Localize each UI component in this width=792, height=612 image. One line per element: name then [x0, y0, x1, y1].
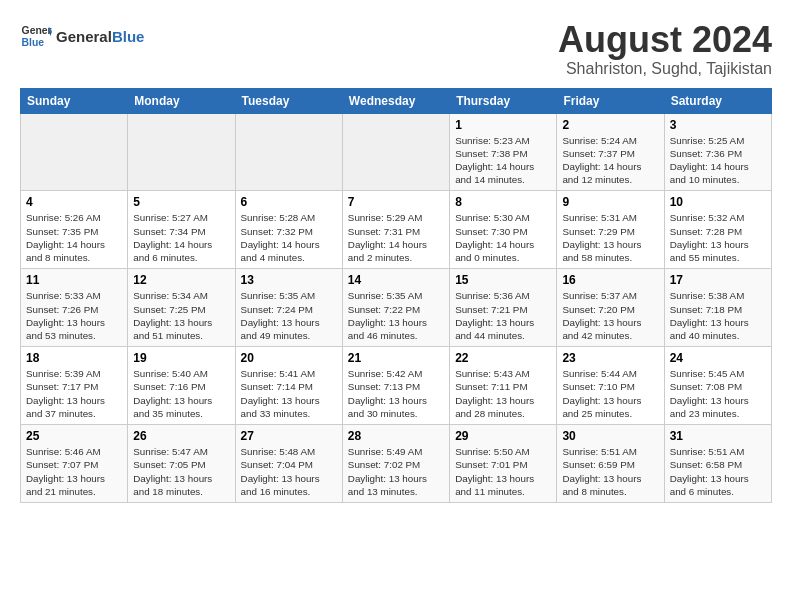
calendar-cell: 4Sunrise: 5:26 AMSunset: 7:35 PMDaylight… — [21, 191, 128, 269]
calendar-cell: 2Sunrise: 5:24 AMSunset: 7:37 PMDaylight… — [557, 113, 664, 191]
weekday-header-friday: Friday — [557, 88, 664, 113]
day-number: 7 — [348, 195, 444, 209]
weekday-header-row: SundayMondayTuesdayWednesdayThursdayFrid… — [21, 88, 772, 113]
day-info: Sunrise: 5:38 AMSunset: 7:18 PMDaylight:… — [670, 289, 766, 342]
logo: General Blue GeneralBlue — [20, 20, 144, 52]
day-info: Sunrise: 5:27 AMSunset: 7:34 PMDaylight:… — [133, 211, 229, 264]
calendar-week-row: 11Sunrise: 5:33 AMSunset: 7:26 PMDayligh… — [21, 269, 772, 347]
day-number: 20 — [241, 351, 337, 365]
logo-blue-text: Blue — [112, 28, 145, 45]
day-number: 22 — [455, 351, 551, 365]
day-info: Sunrise: 5:34 AMSunset: 7:25 PMDaylight:… — [133, 289, 229, 342]
calendar-cell: 17Sunrise: 5:38 AMSunset: 7:18 PMDayligh… — [664, 269, 771, 347]
day-info: Sunrise: 5:26 AMSunset: 7:35 PMDaylight:… — [26, 211, 122, 264]
day-number: 12 — [133, 273, 229, 287]
calendar-cell: 13Sunrise: 5:35 AMSunset: 7:24 PMDayligh… — [235, 269, 342, 347]
day-info: Sunrise: 5:25 AMSunset: 7:36 PMDaylight:… — [670, 134, 766, 187]
calendar-cell: 7Sunrise: 5:29 AMSunset: 7:31 PMDaylight… — [342, 191, 449, 269]
day-info: Sunrise: 5:39 AMSunset: 7:17 PMDaylight:… — [26, 367, 122, 420]
day-number: 3 — [670, 118, 766, 132]
calendar-cell — [342, 113, 449, 191]
day-info: Sunrise: 5:46 AMSunset: 7:07 PMDaylight:… — [26, 445, 122, 498]
calendar-cell: 16Sunrise: 5:37 AMSunset: 7:20 PMDayligh… — [557, 269, 664, 347]
day-number: 1 — [455, 118, 551, 132]
day-number: 24 — [670, 351, 766, 365]
day-info: Sunrise: 5:35 AMSunset: 7:24 PMDaylight:… — [241, 289, 337, 342]
day-info: Sunrise: 5:33 AMSunset: 7:26 PMDaylight:… — [26, 289, 122, 342]
day-number: 16 — [562, 273, 658, 287]
weekday-header-tuesday: Tuesday — [235, 88, 342, 113]
title-area: August 2024 Shahriston, Sughd, Tajikista… — [558, 20, 772, 78]
day-number: 15 — [455, 273, 551, 287]
day-number: 18 — [26, 351, 122, 365]
day-number: 27 — [241, 429, 337, 443]
calendar-cell: 19Sunrise: 5:40 AMSunset: 7:16 PMDayligh… — [128, 347, 235, 425]
calendar-cell: 22Sunrise: 5:43 AMSunset: 7:11 PMDayligh… — [450, 347, 557, 425]
calendar-cell: 21Sunrise: 5:42 AMSunset: 7:13 PMDayligh… — [342, 347, 449, 425]
day-info: Sunrise: 5:31 AMSunset: 7:29 PMDaylight:… — [562, 211, 658, 264]
day-info: Sunrise: 5:37 AMSunset: 7:20 PMDaylight:… — [562, 289, 658, 342]
calendar-subtitle: Shahriston, Sughd, Tajikistan — [558, 60, 772, 78]
weekday-header-wednesday: Wednesday — [342, 88, 449, 113]
day-info: Sunrise: 5:50 AMSunset: 7:01 PMDaylight:… — [455, 445, 551, 498]
day-info: Sunrise: 5:30 AMSunset: 7:30 PMDaylight:… — [455, 211, 551, 264]
day-info: Sunrise: 5:43 AMSunset: 7:11 PMDaylight:… — [455, 367, 551, 420]
day-info: Sunrise: 5:29 AMSunset: 7:31 PMDaylight:… — [348, 211, 444, 264]
day-info: Sunrise: 5:47 AMSunset: 7:05 PMDaylight:… — [133, 445, 229, 498]
svg-text:Blue: Blue — [22, 37, 45, 48]
day-info: Sunrise: 5:36 AMSunset: 7:21 PMDaylight:… — [455, 289, 551, 342]
calendar-cell: 14Sunrise: 5:35 AMSunset: 7:22 PMDayligh… — [342, 269, 449, 347]
calendar-cell: 24Sunrise: 5:45 AMSunset: 7:08 PMDayligh… — [664, 347, 771, 425]
calendar-title: August 2024 — [558, 20, 772, 60]
day-number: 21 — [348, 351, 444, 365]
day-number: 28 — [348, 429, 444, 443]
day-info: Sunrise: 5:23 AMSunset: 7:38 PMDaylight:… — [455, 134, 551, 187]
day-info: Sunrise: 5:48 AMSunset: 7:04 PMDaylight:… — [241, 445, 337, 498]
day-info: Sunrise: 5:51 AMSunset: 6:59 PMDaylight:… — [562, 445, 658, 498]
calendar-cell: 18Sunrise: 5:39 AMSunset: 7:17 PMDayligh… — [21, 347, 128, 425]
logo-general-text: General — [56, 28, 112, 45]
day-info: Sunrise: 5:44 AMSunset: 7:10 PMDaylight:… — [562, 367, 658, 420]
day-number: 31 — [670, 429, 766, 443]
weekday-header-monday: Monday — [128, 88, 235, 113]
calendar-cell — [128, 113, 235, 191]
logo-icon: General Blue — [20, 20, 52, 52]
day-number: 30 — [562, 429, 658, 443]
day-info: Sunrise: 5:42 AMSunset: 7:13 PMDaylight:… — [348, 367, 444, 420]
day-number: 2 — [562, 118, 658, 132]
calendar-cell: 9Sunrise: 5:31 AMSunset: 7:29 PMDaylight… — [557, 191, 664, 269]
calendar-week-row: 18Sunrise: 5:39 AMSunset: 7:17 PMDayligh… — [21, 347, 772, 425]
day-info: Sunrise: 5:24 AMSunset: 7:37 PMDaylight:… — [562, 134, 658, 187]
day-number: 25 — [26, 429, 122, 443]
calendar-cell: 30Sunrise: 5:51 AMSunset: 6:59 PMDayligh… — [557, 425, 664, 503]
calendar-cell: 5Sunrise: 5:27 AMSunset: 7:34 PMDaylight… — [128, 191, 235, 269]
weekday-header-thursday: Thursday — [450, 88, 557, 113]
calendar-cell: 6Sunrise: 5:28 AMSunset: 7:32 PMDaylight… — [235, 191, 342, 269]
day-number: 26 — [133, 429, 229, 443]
day-number: 8 — [455, 195, 551, 209]
weekday-header-saturday: Saturday — [664, 88, 771, 113]
day-info: Sunrise: 5:45 AMSunset: 7:08 PMDaylight:… — [670, 367, 766, 420]
calendar-cell: 26Sunrise: 5:47 AMSunset: 7:05 PMDayligh… — [128, 425, 235, 503]
day-number: 9 — [562, 195, 658, 209]
calendar-cell: 27Sunrise: 5:48 AMSunset: 7:04 PMDayligh… — [235, 425, 342, 503]
calendar-cell — [235, 113, 342, 191]
day-info: Sunrise: 5:51 AMSunset: 6:58 PMDaylight:… — [670, 445, 766, 498]
calendar-cell: 15Sunrise: 5:36 AMSunset: 7:21 PMDayligh… — [450, 269, 557, 347]
calendar-week-row: 1Sunrise: 5:23 AMSunset: 7:38 PMDaylight… — [21, 113, 772, 191]
day-number: 23 — [562, 351, 658, 365]
day-number: 4 — [26, 195, 122, 209]
calendar-cell: 10Sunrise: 5:32 AMSunset: 7:28 PMDayligh… — [664, 191, 771, 269]
day-info: Sunrise: 5:49 AMSunset: 7:02 PMDaylight:… — [348, 445, 444, 498]
calendar-cell: 28Sunrise: 5:49 AMSunset: 7:02 PMDayligh… — [342, 425, 449, 503]
calendar-cell: 11Sunrise: 5:33 AMSunset: 7:26 PMDayligh… — [21, 269, 128, 347]
day-info: Sunrise: 5:32 AMSunset: 7:28 PMDaylight:… — [670, 211, 766, 264]
header: General Blue GeneralBlue August 2024 Sha… — [20, 20, 772, 78]
svg-text:General: General — [22, 25, 52, 36]
calendar-cell: 20Sunrise: 5:41 AMSunset: 7:14 PMDayligh… — [235, 347, 342, 425]
calendar-cell: 8Sunrise: 5:30 AMSunset: 7:30 PMDaylight… — [450, 191, 557, 269]
day-number: 19 — [133, 351, 229, 365]
day-number: 29 — [455, 429, 551, 443]
day-number: 5 — [133, 195, 229, 209]
calendar-table: SundayMondayTuesdayWednesdayThursdayFrid… — [20, 88, 772, 503]
